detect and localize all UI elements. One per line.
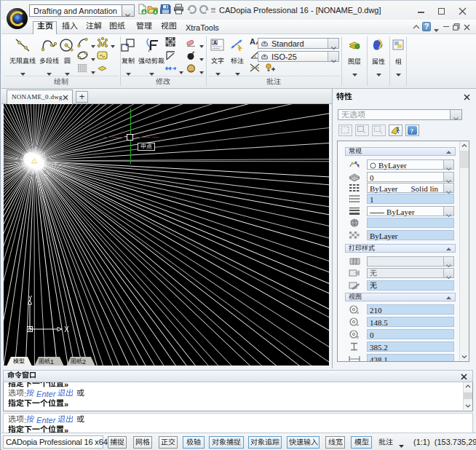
svg-text:y: y (357, 323, 359, 326)
svg-text:z: z (357, 335, 359, 339)
svg-text:A: A (213, 40, 217, 45)
svg-text:x: x (357, 310, 359, 314)
svg-text:A: A (250, 37, 255, 46)
svg-text:?: ? (410, 127, 413, 135)
